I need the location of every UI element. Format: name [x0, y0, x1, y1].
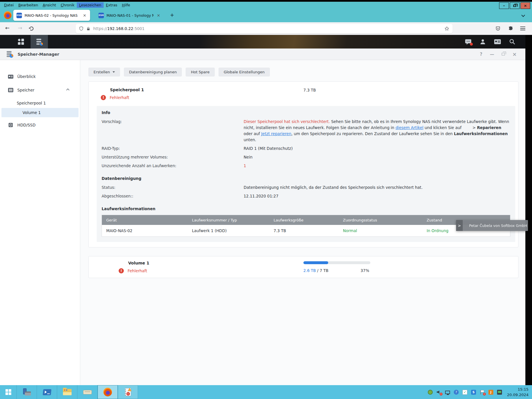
- close-icon[interactable]: ×: [512, 51, 517, 57]
- restore-icon: [513, 5, 516, 7]
- remote-desktop-icon[interactable]: [497, 390, 502, 395]
- storage-manager-icon: [36, 39, 42, 45]
- storage-icon: [8, 87, 14, 93]
- menu-bearbeiten[interactable]: Bearbeiten: [16, 2, 40, 8]
- lock-icon[interactable]: [86, 27, 90, 31]
- sidebar-item-speicherpool-1[interactable]: Speicherpool 1: [0, 99, 80, 107]
- dsm-bar-right-icons: [465, 35, 516, 49]
- firefox-icon[interactable]: [4, 11, 12, 19]
- help-icon[interactable]: ?: [480, 52, 482, 57]
- widgets-icon[interactable]: [494, 39, 501, 45]
- hot-spare-button[interactable]: Hot Spare: [186, 68, 215, 77]
- close-button[interactable]: ×: [520, 2, 530, 9]
- tab-title: MAIO-NAS-02 - Synology NAS: [25, 13, 80, 18]
- volume-usage-bar: [303, 261, 370, 264]
- restore-icon[interactable]: [502, 53, 505, 55]
- bookmark-star-icon[interactable]: [445, 26, 449, 31]
- taskbar-logbook[interactable]: ×: [118, 385, 138, 399]
- main-menu-button[interactable]: [13, 35, 29, 49]
- menu-chronik[interactable]: Chronik: [58, 2, 77, 8]
- menu-lesezeichen[interactable]: Lesezeichen: [77, 2, 104, 8]
- volume-title: Volume 1: [128, 261, 149, 265]
- desktop: { "colors": { "chrome_teal": "#59c3ce", …: [0, 0, 532, 399]
- article-link[interactable]: diesem Artikel: [395, 125, 423, 130]
- browser-tabbar: DSM MAIO-NAS-02 - Synology NAS × DSM MAI…: [0, 8, 532, 22]
- speaker-muted-icon[interactable]: ×: [436, 390, 441, 395]
- minimize-icon[interactable]: —: [490, 52, 494, 57]
- sidebar-item-ueberblick[interactable]: Überblick: [0, 72, 80, 81]
- synology-assistant-icon[interactable]: S: [471, 390, 476, 395]
- browser-toolbar: ← → https://192.168.0.22:5001: [0, 22, 532, 35]
- storage-manager-app-button[interactable]: [31, 35, 48, 49]
- taskbar-file-explorer[interactable]: [57, 385, 77, 399]
- taskbar-firefox[interactable]: [98, 385, 118, 399]
- repair-now-link[interactable]: Jetzt reparieren: [261, 131, 291, 136]
- erstellen-button[interactable]: Erstellen: [88, 68, 120, 77]
- volume-usage-bar-fill: [303, 261, 328, 264]
- menu-hamburger-icon[interactable]: [520, 27, 525, 31]
- notification-badge: [470, 43, 473, 46]
- java-icon[interactable]: J: [488, 390, 493, 395]
- scrub-completed-row: Abgeschlossen:: 12.11.2020 01:27: [102, 193, 510, 199]
- tab-maio-nas-02[interactable]: DSM MAIO-NAS-02 - Synology NAS ×: [13, 10, 90, 21]
- menu-extras[interactable]: Extras: [104, 2, 120, 8]
- close-tab-icon[interactable]: ×: [156, 13, 161, 18]
- datenbereinigung-planen-button[interactable]: Datenbereinigung planen: [124, 68, 182, 77]
- sidebar-item-speicher[interactable]: Speicher: [0, 85, 80, 95]
- minimize-button[interactable]: –: [499, 2, 509, 9]
- menu-ansicht[interactable]: Ansicht: [40, 2, 58, 8]
- system-tray: × ? ✓ S × J: [428, 385, 505, 399]
- new-tab-button[interactable]: +: [170, 12, 174, 18]
- user-icon[interactable]: [479, 38, 486, 45]
- tab-list-chevron-icon[interactable]: [521, 13, 525, 17]
- tray-status-icon[interactable]: [428, 390, 433, 395]
- table-header-row: Gerät Laufwerksnummer / Typ Laufwerksgrö…: [102, 215, 510, 225]
- sidebar-item-volume-1[interactable]: Volume 1: [1, 108, 79, 117]
- update-check-icon[interactable]: ✓: [462, 390, 467, 395]
- pool-status: Fehlerhaft: [101, 95, 129, 100]
- tab-maio-nas-01[interactable]: DSM MAIO-NAS-01 - Synology NAS ×: [95, 10, 164, 21]
- hdd-icon: [8, 122, 14, 128]
- url-text: https://192.168.0.22:5001: [93, 26, 144, 31]
- scrub-heading: Datenbereinigung: [102, 176, 510, 181]
- shield-icon[interactable]: [79, 26, 83, 31]
- search-icon[interactable]: [509, 38, 516, 45]
- taskbar-scanner[interactable]: [77, 385, 98, 399]
- restore-button[interactable]: [510, 2, 520, 9]
- taskbar-clock[interactable]: 15:15 20.09.2024: [505, 385, 532, 399]
- sidebar-item-hdd-ssd[interactable]: HDD/SSD: [0, 120, 80, 130]
- action-center-flag-icon[interactable]: ×: [480, 390, 485, 395]
- suggestion-row: Vorschlag: Dieser Speicherpool hat sich …: [102, 119, 510, 143]
- multi-volume-row: Unterstützung mehrerer Volumes: Nein: [102, 154, 510, 160]
- error-icon: [119, 268, 124, 273]
- table-row[interactable]: MAIO-NAS-02 Laufwerk 1 (HDD) 7.3 TB Norm…: [102, 225, 510, 236]
- raid-type-row: RAID-Typ: RAID 1 (Mit Datenschutz): [102, 146, 510, 152]
- forward-icon[interactable]: →: [18, 25, 22, 31]
- screen-share-overlay: > Petar Čubela von Softbox GmbH: [456, 220, 528, 231]
- extensions-puzzle-icon[interactable]: [508, 26, 513, 31]
- info-heading: Info: [102, 110, 510, 115]
- taskbar-server-manager[interactable]: [17, 385, 37, 399]
- network-monitor-icon[interactable]: [445, 391, 450, 394]
- chevron-up-icon[interactable]: [66, 88, 69, 92]
- clock-time: 15:15: [505, 387, 529, 392]
- close-tab-icon[interactable]: ×: [82, 13, 87, 18]
- info-panel: Info Vorschlag: Dieser Speicherpool hat …: [97, 106, 515, 242]
- overlay-expand-chevron[interactable]: >: [456, 220, 463, 231]
- reload-icon[interactable]: [29, 27, 33, 31]
- remote-support-icon[interactable]: ?: [454, 390, 459, 395]
- taskbar-powershell[interactable]: [37, 385, 57, 399]
- url-bar[interactable]: https://192.168.0.22:5001: [76, 24, 453, 33]
- dsm-taskbar: [0, 35, 525, 49]
- notifications-chat-icon[interactable]: [465, 39, 472, 45]
- menu-datei[interactable]: Datei: [2, 2, 16, 8]
- start-button[interactable]: [0, 385, 17, 399]
- back-icon[interactable]: ←: [5, 25, 10, 31]
- volume-usage-percent: 37%: [361, 268, 369, 273]
- globale-einstellungen-button[interactable]: Globale Einstellungen: [219, 68, 270, 77]
- main-menu-icon: [18, 39, 24, 45]
- pool-size: 7.3 TB: [303, 88, 316, 92]
- pocket-shield-icon[interactable]: [495, 26, 501, 31]
- menu-hilfe[interactable]: Hilfe: [120, 2, 132, 8]
- window-titlebar[interactable]: Speicher-Manager ? — ×: [0, 49, 525, 60]
